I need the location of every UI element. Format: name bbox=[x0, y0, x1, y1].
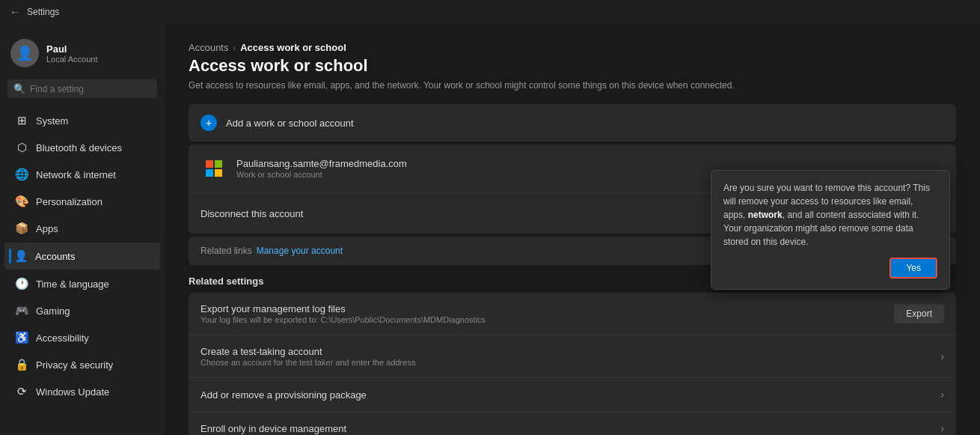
enroll-row[interactable]: Enroll only in device management › bbox=[189, 412, 956, 435]
sidebar-item-label: Accessibility bbox=[36, 332, 89, 344]
chevron-right-icon: › bbox=[940, 350, 944, 362]
page-title: Access work or school bbox=[189, 56, 956, 76]
related-links-label: Related links bbox=[200, 246, 252, 256]
sidebar-item-label: System bbox=[36, 115, 68, 127]
sidebar-item-windows-update[interactable]: ⟳ Windows Update bbox=[4, 379, 160, 404]
sidebar-item-label: Bluetooth & devices bbox=[36, 142, 122, 153]
enroll-info: Enroll only in device management bbox=[200, 423, 940, 434]
sidebar-item-privacy[interactable]: 🔒 Privacy & security bbox=[4, 352, 160, 377]
user-account-type: Local Account bbox=[46, 55, 98, 64]
ms-logo-icon bbox=[200, 155, 227, 182]
breadcrumb: Accounts › Access work or school bbox=[189, 42, 956, 53]
avatar: 👤 bbox=[10, 39, 39, 67]
sidebar-item-label: Windows Update bbox=[36, 386, 109, 398]
system-icon: ⊞ bbox=[15, 114, 28, 127]
breadcrumb-current: Access work or school bbox=[240, 42, 346, 53]
sidebar-item-gaming[interactable]: 🎮 Gaming bbox=[4, 298, 160, 323]
chevron-right-icon: › bbox=[940, 389, 944, 401]
yes-button[interactable]: Yes bbox=[889, 258, 937, 279]
provisioning-info: Add or remove a provisioning package bbox=[200, 389, 940, 401]
user-info: Paul Local Account bbox=[46, 43, 98, 64]
chevron-right-icon: › bbox=[940, 422, 944, 434]
test-account-subtitle: Choose an account for the test taker and… bbox=[200, 358, 940, 367]
sidebar-item-accounts[interactable]: 👤 Accounts bbox=[4, 243, 160, 270]
provisioning-row[interactable]: Add or remove a provisioning package › bbox=[189, 378, 956, 412]
sidebar-item-label: Personalization bbox=[36, 196, 102, 207]
gaming-icon: 🎮 bbox=[15, 304, 28, 317]
test-account-row[interactable]: Create a test-taking account Choose an a… bbox=[189, 335, 956, 378]
export-button[interactable]: Export bbox=[894, 304, 944, 323]
add-account-row[interactable]: + Add a work or school account bbox=[189, 104, 956, 142]
export-subtitle: Your log files will be exported to: C:\U… bbox=[200, 315, 894, 324]
confirm-popup: Are you sure you want to remove this acc… bbox=[711, 170, 950, 290]
export-row[interactable]: Export your management log files Your lo… bbox=[189, 293, 956, 335]
search-icon: 🔍 bbox=[13, 83, 25, 94]
sidebar-item-accessibility[interactable]: ♿ Accessibility bbox=[4, 325, 160, 350]
breadcrumb-separator: › bbox=[233, 43, 236, 52]
user-profile[interactable]: 👤 Paul Local Account bbox=[0, 30, 165, 79]
export-title: Export your management log files bbox=[200, 303, 894, 314]
related-settings-card: Export your management log files Your lo… bbox=[189, 293, 956, 435]
bluetooth-icon: ⬡ bbox=[15, 141, 28, 154]
add-account-card: + Add a work or school account bbox=[189, 104, 956, 142]
active-indicator bbox=[9, 249, 11, 264]
sidebar-item-system[interactable]: ⊞ System bbox=[4, 108, 160, 133]
back-button[interactable]: ← bbox=[9, 6, 21, 18]
network-icon: 🌐 bbox=[15, 168, 28, 181]
sidebar-item-label: Gaming bbox=[36, 305, 70, 317]
test-account-title: Create a test-taking account bbox=[200, 346, 940, 357]
sidebar-item-personalization[interactable]: 🎨 Personalization bbox=[4, 189, 160, 214]
sidebar: 👤 Paul Local Account 🔍 ⊞ System ⬡ Blueto… bbox=[0, 24, 165, 435]
search-box[interactable]: 🔍 bbox=[7, 79, 157, 98]
accessibility-icon: ♿ bbox=[15, 331, 28, 344]
windows-update-icon: ⟳ bbox=[15, 385, 28, 398]
sidebar-item-network[interactable]: 🌐 Network & internet bbox=[4, 162, 160, 187]
export-info: Export your management log files Your lo… bbox=[200, 303, 894, 324]
search-input[interactable] bbox=[30, 84, 151, 94]
sidebar-item-label: Apps bbox=[36, 223, 58, 234]
manage-account-link[interactable]: Manage your account bbox=[257, 246, 343, 256]
provisioning-title: Add or remove a provisioning package bbox=[200, 389, 940, 401]
apps-icon: 📦 bbox=[15, 222, 28, 235]
main-content: Accounts › Access work or school Access … bbox=[165, 24, 980, 435]
export-action: Export bbox=[894, 304, 944, 323]
privacy-icon: 🔒 bbox=[15, 358, 28, 371]
account-email: Pauliansang.samte@framedmedia.com bbox=[236, 158, 944, 169]
add-account-label: Add a work or school account bbox=[226, 118, 354, 129]
sidebar-item-bluetooth[interactable]: ⬡ Bluetooth & devices bbox=[4, 135, 160, 160]
sidebar-item-label: Time & language bbox=[36, 279, 109, 290]
confirm-text: Are you sure you want to remove this acc… bbox=[723, 181, 937, 249]
test-account-info: Create a test-taking account Choose an a… bbox=[200, 346, 940, 367]
sidebar-item-label: Accounts bbox=[35, 251, 75, 262]
sidebar-item-time[interactable]: 🕐 Time & language bbox=[4, 271, 160, 296]
confirm-actions: Yes bbox=[723, 258, 937, 279]
user-name: Paul bbox=[46, 43, 98, 55]
app-title: Settings bbox=[27, 7, 59, 17]
time-icon: 🕐 bbox=[15, 277, 28, 290]
personalization-icon: 🎨 bbox=[15, 195, 28, 208]
enroll-title: Enroll only in device management bbox=[200, 423, 940, 434]
sidebar-item-label: Privacy & security bbox=[36, 359, 113, 371]
sidebar-item-apps[interactable]: 📦 Apps bbox=[4, 216, 160, 241]
breadcrumb-parent[interactable]: Accounts bbox=[189, 42, 228, 53]
add-plus-icon: + bbox=[200, 115, 217, 131]
page-description: Get access to resources like email, apps… bbox=[189, 80, 956, 91]
content-area: + Add a work or school account bbox=[189, 104, 956, 435]
sidebar-item-label: Network & internet bbox=[36, 169, 116, 180]
disconnect-text: Disconnect this account bbox=[200, 208, 303, 219]
accounts-icon: 👤 bbox=[14, 249, 28, 263]
